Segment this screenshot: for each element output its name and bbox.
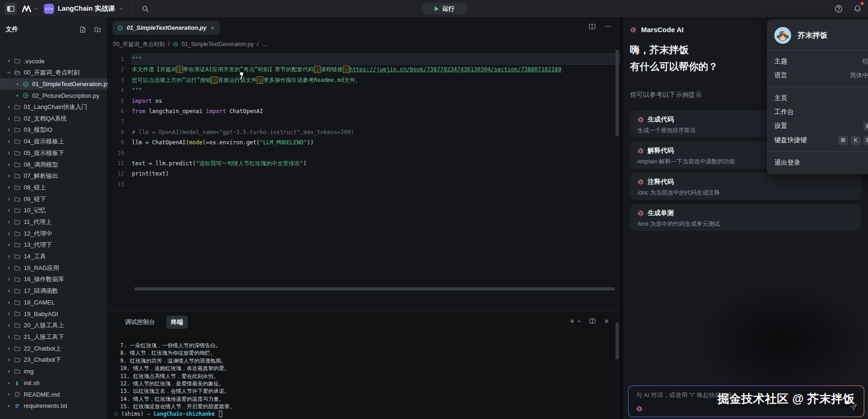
menu-item-主题[interactable]: 主题暗色 [767, 54, 868, 68]
breadcrumb[interactable]: 00_开篇词_奇点时刻 / 01_SimpleTextGeneration.py… [113, 40, 267, 49]
tree-item-01_LangChain快速入门[interactable]: 01_LangChain快速入门 [0, 101, 107, 113]
run-button[interactable]: 运行 [422, 3, 467, 14]
folder-icon [13, 115, 21, 122]
tree-item-21_人脉工具下[interactable]: 21_人脉工具下 [0, 331, 107, 343]
menu-item-退出登录[interactable]: 退出登录 [767, 156, 868, 170]
new-folder-button[interactable] [93, 25, 102, 34]
chevron-right-icon [5, 288, 13, 294]
tree-item-19_BabyAGI[interactable]: 19_BabyAGI [0, 308, 107, 320]
tree-item-label: .vscode [24, 58, 45, 65]
tab-close-icon[interactable] [210, 25, 215, 31]
chevron-down-icon [34, 6, 39, 12]
breadcrumb-folder[interactable]: 00_开篇词_奇点时刻 [113, 41, 165, 48]
tree-item-18_CAMEL[interactable]: 18_CAMEL [0, 297, 107, 308]
tree-item-20_人脉工具上[interactable]: 20_人脉工具上 [0, 320, 107, 331]
terminal-prompt[interactable]: (shims) → LangChain-shizhanke [114, 411, 222, 417]
folder-icon [13, 253, 21, 260]
tree-item-01_SimpleTextGeneration.py[interactable]: 01_SimpleTextGeneration.py [0, 78, 107, 90]
prompt-card-生成单测[interactable]: 生成单测/test 为选中的代码生成单元测试 [630, 204, 861, 231]
more-actions-icon[interactable] [604, 23, 612, 30]
terminal-output-line: 9. 红玫瑰的芬芳，溢满情人节的浪漫氛围。 [120, 357, 235, 365]
terminal-vertical-scrollbar[interactable] [615, 322, 619, 359]
menu-item-键盘快捷键[interactable]: 键盘快捷键⌘K⌘ [767, 133, 868, 147]
tree-item-label: 19_BabyAGI [24, 311, 58, 318]
tree-item-15_RAG应用[interactable]: 15_RAG应用 [0, 262, 107, 274]
marscode-logo-menu[interactable] [21, 3, 39, 15]
tree-item-img[interactable]: img [0, 366, 107, 378]
menu-item-语言[interactable]: 语言简体中文 [767, 68, 868, 82]
tree-item-10_记忆[interactable]: 10_记忆 [0, 205, 107, 216]
tree-item-label: 11_代理上 [24, 218, 52, 226]
folder-icon [13, 322, 21, 329]
tab-debug-console[interactable]: 调试控制台 [120, 316, 160, 329]
new-terminal-button[interactable] [569, 318, 581, 324]
breadcrumb-file[interactable]: 01_SimpleTextGeneration.py [182, 41, 253, 47]
line-number: 6 [108, 106, 132, 116]
folder-icon [13, 299, 21, 306]
tree-item-init.sh[interactable]: $init.sh [0, 377, 107, 389]
menu-item-设置[interactable]: 设置⌘ [767, 119, 868, 133]
tree-item-11_代理上[interactable]: 11_代理上 [0, 216, 107, 228]
editor-horizontal-scrollbar[interactable] [134, 287, 615, 291]
tree-item-label: 13_代理下 [24, 241, 52, 249]
sparkle-icon [630, 27, 636, 33]
code-editor[interactable]: 1"""2本文件是【开篇词｜带你亲证AI应用开发的“奇点”时刻】章节的配套代码，… [108, 50, 620, 309]
tree-item-14_工具[interactable]: 14_工具 [0, 251, 107, 263]
tree-item-07_解析输出[interactable]: 07_解析输出 [0, 170, 107, 182]
sidebar-toggle-button[interactable] [5, 3, 17, 15]
tree-item-23_Chatbot下[interactable]: 23_Chatbot下 [0, 354, 107, 366]
split-terminal-icon[interactable] [589, 318, 596, 324]
chevron-right-icon [5, 300, 13, 305]
search-button[interactable] [139, 3, 151, 15]
menu-item-主页[interactable]: 主页 [767, 91, 868, 105]
tree-item-13_代理下[interactable]: 13_代理下 [0, 239, 107, 251]
new-file-button[interactable] [78, 25, 87, 34]
folder-icon [13, 219, 21, 225]
code-text [132, 116, 620, 127]
editor-vertical-scrollbar[interactable] [615, 50, 619, 136]
tree-item-08_链上[interactable]: 08_链上 [0, 182, 107, 194]
split-editor-icon[interactable] [588, 23, 596, 30]
tree-item-09_链下[interactable]: 09_链下 [0, 193, 107, 205]
tree-item-02_PictureDescription.py[interactable]: 02_PictureDescription.py [0, 90, 107, 101]
modified-dot [13, 83, 21, 85]
project-menu[interactable]: </> LangChain 实战课 [44, 3, 124, 15]
code-text: text = llm.predict("请给我写一句情人节红玫瑰的中文宣传语") [132, 158, 620, 169]
help-button[interactable] [833, 3, 845, 15]
notification-badge [861, 2, 864, 5]
breadcrumb-symbol[interactable]: … [261, 41, 267, 47]
tree-item-04_提示模板上[interactable]: 04_提示模板上 [0, 136, 107, 148]
tree-item-README.md[interactable]: ?README.md [0, 389, 107, 400]
user-avatar[interactable] [774, 27, 791, 44]
prompt-card-注释代码[interactable]: 注释代码/doc 为当前选中的代码生成注释 [630, 173, 861, 200]
user-name: 芥末拌饭 [798, 31, 827, 41]
terminal-output-line: 7. 一朵红玫瑰，一份情人节的深情告白。 [120, 342, 235, 349]
tree-item-17_回调函数[interactable]: 17_回调函数 [0, 285, 107, 297]
tree-item-22_Chatbot上[interactable]: 22_Chatbot上 [0, 343, 107, 354]
tree-item-label: 02_文档QA系统 [24, 115, 67, 123]
editor-tab[interactable]: 01_SimpleTextGeneration.py [112, 21, 220, 35]
close-panel-icon[interactable] [603, 318, 610, 324]
menu-item-工作台[interactable]: 工作台 [767, 105, 868, 119]
tree-item-02_文档QA系统[interactable]: 02_文档QA系统 [0, 113, 107, 124]
tree-item-16_操作数据库[interactable]: 16_操作数据库 [0, 274, 107, 285]
file-tree: .vscode00_开篇词_奇点时刻01_SimpleTextGeneratio… [0, 55, 107, 412]
tree-item-05_提示模板下[interactable]: 05_提示模板下 [0, 148, 107, 159]
code-line: 8# llm = OpenAI(model_name="gpt-3.5-turb… [108, 127, 620, 137]
tree-item-label: 20_人脉工具上 [24, 321, 64, 330]
tree-item-06_调用模型[interactable]: 06_调用模型 [0, 159, 107, 170]
tree-item-label: requirements.txt [24, 402, 67, 409]
tree-item-03_模型IO[interactable]: 03_模型IO [0, 124, 107, 136]
folder-icon [13, 138, 21, 145]
md-icon: ? [13, 391, 21, 398]
plus-icon [569, 318, 575, 324]
tab-terminal[interactable]: 终端 [166, 316, 188, 329]
tree-item-12_代理中[interactable]: 12_代理中 [0, 228, 107, 239]
tree-item-.vscode[interactable]: .vscode [0, 55, 107, 67]
line-number: 11 [108, 158, 132, 169]
code-line: 12print(text) [108, 169, 620, 179]
tree-item-requirements.txt[interactable]: requirements.txt [0, 400, 107, 412]
tree-item-00_开篇词_奇点时刻[interactable]: 00_开篇词_奇点时刻 [0, 67, 107, 79]
sparkle-icon[interactable] [636, 405, 642, 412]
notifications-button[interactable] [851, 3, 863, 15]
